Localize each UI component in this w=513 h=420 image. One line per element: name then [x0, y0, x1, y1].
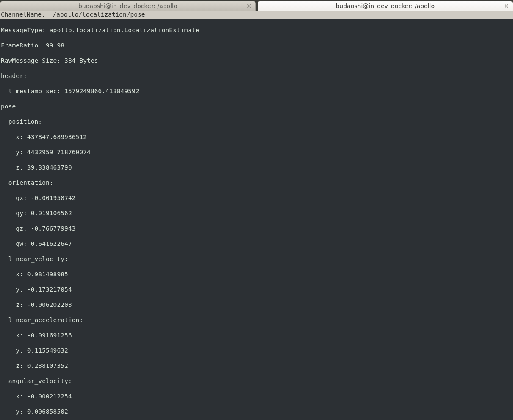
channel-name-row: ChannelName: /apollo/localization/pose — [0, 11, 513, 19]
position-x: x: 437847.689936512 — [1, 133, 512, 141]
pose-label: pose: — [1, 103, 512, 110]
angular-velocity-x: x: -0.000212254 — [1, 392, 512, 400]
position-y: y: 4432959.718760074 — [1, 148, 512, 156]
raw-message-size-line: RawMessage Size: 384 Bytes — [1, 57, 512, 64]
channel-name-value: /apollo/localization/pose — [53, 11, 145, 18]
linear-velocity-y: y: -0.173217054 — [1, 286, 512, 293]
orientation-qy: qy: 0.019106562 — [1, 209, 512, 217]
terminal-tab-active[interactable]: budaoshi@in_dev_docker: /apollo × — [258, 1, 513, 11]
tab-title: budaoshi@in_dev_docker: /apollo — [336, 3, 435, 9]
angular-velocity-y: y: 0.006858502 — [1, 408, 512, 415]
close-icon[interactable]: × — [504, 2, 509, 10]
linear-acceleration-y: y: 0.115549632 — [1, 347, 512, 354]
linear-velocity-z: z: -0.006202203 — [1, 301, 512, 309]
position-label: position: — [1, 118, 512, 125]
terminal-tab-inactive[interactable]: budaoshi@in_dev_docker: /apollo × — [0, 1, 256, 11]
linear-acceleration-x: x: -0.091691256 — [1, 331, 512, 339]
terminal-output[interactable]: MessageType: apollo.localization.Localiz… — [0, 19, 513, 420]
orientation-label: orientation: — [1, 179, 512, 186]
linear-acceleration-z: z: 0.238107352 — [1, 362, 512, 370]
linear-acceleration-label: linear_acceleration: — [1, 316, 512, 324]
linear-velocity-x: x: 0.981498985 — [1, 270, 512, 278]
position-z: z: 39.338463790 — [1, 164, 512, 171]
channel-name-label: ChannelName: — [1, 11, 53, 18]
orientation-qx: qx: -0.001958742 — [1, 194, 512, 202]
tab-bar: budaoshi@in_dev_docker: /apollo × budaos… — [0, 0, 513, 11]
linear-velocity-label: linear_velocity: — [1, 255, 512, 263]
tab-title: budaoshi@in_dev_docker: /apollo — [78, 3, 177, 9]
angular-velocity-label: angular_velocity: — [1, 377, 512, 385]
header-label: header: — [1, 72, 512, 80]
frame-ratio-line: FrameRatio: 99.98 — [1, 42, 512, 49]
message-type-line: MessageType: apollo.localization.Localiz… — [1, 26, 512, 34]
orientation-qz: qz: -0.766779943 — [1, 225, 512, 232]
close-icon[interactable]: × — [247, 2, 252, 10]
timestamp-sec-line: timestamp_sec: 1579249866.413849592 — [1, 87, 512, 95]
orientation-qw: qw: 0.641622647 — [1, 240, 512, 248]
